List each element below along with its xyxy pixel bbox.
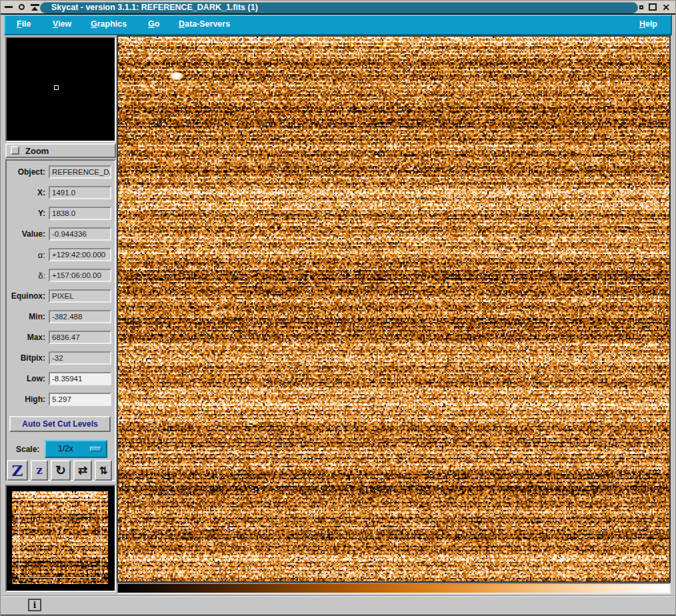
fits-image-canvas[interactable] [118,37,669,581]
field-object: Object: REFERENCE_DARK_1 [8,165,113,179]
object-value: REFERENCE_DARK_1 [49,165,111,179]
field-low: Low: -8.35941 [8,372,113,385]
zoom-toggle-bar: Zoom [5,143,116,158]
zoom-window[interactable] [5,37,116,142]
zoom-cursor-marker [54,85,59,90]
window-shade-icon[interactable] [31,3,39,11]
zoom-toolbar: Z z ↻ ⇄ ⇅ [7,460,115,481]
field-ra: α: +129:42:00.000 [8,248,113,261]
pan-view-rect[interactable] [19,499,101,578]
pixel-value: -0.944336 [49,227,111,241]
colorbar-gradient [118,584,669,593]
colorbar[interactable] [117,583,671,594]
flip-vertical-icon[interactable]: ⇅ [95,460,112,481]
zoom-out-button[interactable]: z [31,460,48,481]
minimize-icon[interactable] [639,5,643,9]
field-y: Y: 1838.0 [8,207,113,220]
dec-value: +157:06:00.00 [49,269,111,282]
equinox-value: PIXEL [49,289,111,303]
field-dec: δ: +157:06:00.00 [8,269,113,282]
menu-view[interactable]: View [53,19,71,29]
menu-data-servers[interactable]: Data-Servers [179,19,230,29]
skycat-window: Skycat - version 3.1.1: REFERENCE_DARK_1… [0,0,676,616]
field-x: X: 1491.0 [8,186,113,199]
titlebar-right-controls: ✕ [639,1,670,13]
info-icon[interactable]: i [28,599,41,611]
auto-set-cut-levels-button[interactable]: Auto Set Cut Levels [9,416,111,432]
titlebar: Skycat - version 3.1.1: REFERENCE_DARK_1… [1,1,675,15]
maximize-icon[interactable] [649,3,657,11]
rotate-icon[interactable]: ↻ [51,460,71,481]
zoom-checkbox-label: Zoom [25,146,49,156]
close-icon[interactable]: ✕ [662,3,670,12]
info-rows: Object: REFERENCE_DARK_1 X: 1491.0 Y: 18… [8,165,113,413]
menu-help[interactable]: Help [639,19,657,29]
iconify-icon[interactable] [5,6,13,8]
menubar: File View Graphics Go Data-Servers Help [4,15,672,35]
scale-option-menu[interactable]: 1/2x [45,440,107,458]
field-equinox: Equinox: PIXEL [8,289,113,303]
field-min: Min: -382.488 [8,310,113,323]
ra-value: +129:42:00.000 [49,248,111,261]
field-max: Max: 6836.47 [8,331,113,344]
titlebar-left-controls [5,1,39,13]
option-menu-indicator-icon [90,447,101,451]
x-value: 1491.0 [49,186,111,199]
statusbar: i [1,595,675,613]
menu-file[interactable]: File [17,19,31,29]
min-value: -382.488 [49,310,111,323]
bitpix-value: -32 [49,351,111,365]
field-value: Value: -0.944336 [8,227,113,241]
window-circle-icon[interactable] [19,4,25,10]
low-cut-input[interactable]: -8.35941 [49,372,111,385]
image-area [117,35,671,583]
scale-value: 1/2x [58,441,73,457]
pan-window[interactable] [5,485,116,592]
zoom-checkbox[interactable] [11,146,19,155]
field-high: High: 5.297 [8,393,113,406]
menu-graphics[interactable]: Graphics [91,19,127,29]
zoom-in-button[interactable]: Z [7,460,28,481]
max-value: 6836.47 [49,331,111,344]
info-panel: Object: REFERENCE_DARK_1 X: 1491.0 Y: 18… [5,159,116,481]
window-title: Skycat - version 3.1.1: REFERENCE_DARK_1… [40,2,638,13]
flip-horizontal-icon[interactable]: ⇄ [73,460,92,481]
y-value: 1838.0 [49,207,111,220]
menu-go[interactable]: Go [148,19,159,29]
field-bitpix: Bitpix: -32 [8,351,113,365]
high-cut-input[interactable]: 5.297 [49,393,111,406]
scale-label: Scale: [16,445,39,454]
